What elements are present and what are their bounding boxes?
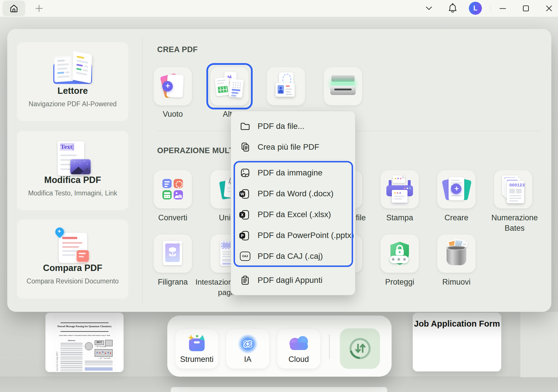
menu-label: PDF da immagine: [258, 168, 322, 177]
create-batch-icon: +: [443, 175, 470, 203]
card-title-compara: Compara PDF: [17, 263, 128, 273]
menu-item-pdf-da-file[interactable]: PDF da file...: [231, 116, 355, 137]
titlebar: L: [0, 0, 558, 17]
op-label-creare: Creare: [427, 213, 485, 223]
paper-page: Neural Message Passing for Quantum Chemi…: [52, 314, 117, 372]
plus-icon: [35, 4, 43, 13]
section-heading-crea-pdf: CREA PDF: [157, 45, 198, 54]
sidebar-card-modifica[interactable]: Text| Modifica PDF Modifica Testo, Immag…: [17, 131, 128, 210]
op-tile-bates[interactable]: 000123: [494, 170, 532, 208]
figure-caption: [85, 361, 113, 365]
op-label-filigrana: Filigrana: [144, 277, 202, 287]
caj-badge: CAJ: [240, 252, 250, 261]
blank-pdf-icon: +: [158, 72, 187, 101]
menu-label: PDF dagli Appunti: [258, 276, 322, 285]
menu-label: PDF da Word (.docx): [258, 189, 333, 198]
menu-item-pdf-da-caj[interactable]: CAJ PDF da CAJ (.caj): [231, 246, 355, 267]
menu-item-pdf-da-excel[interactable]: X PDF da Excel (.xlsx): [231, 204, 355, 225]
op-label-proteggi: Proteggi: [371, 277, 429, 287]
create-pdf-dropdown-menu: PDF da file... Crea più file PDF PDF da …: [231, 111, 355, 295]
bates-number-text: 000123: [509, 182, 525, 187]
menu-label: PDF da CAJ (.caj): [258, 252, 323, 261]
sync-icon: [346, 335, 374, 362]
card-title-modifica: Modifica PDF: [17, 175, 128, 185]
op-tile-creare[interactable]: +: [437, 170, 476, 208]
excel-badge: X: [239, 212, 245, 218]
menu-label: PDF da Excel (.xlsx): [258, 210, 331, 219]
figure-target-box: [105, 340, 113, 346]
menu-label: Crea più file PDF: [258, 142, 319, 152]
menu-divider: [238, 160, 348, 160]
reader-book-icon: [51, 54, 94, 86]
menu-item-pdf-da-immagine[interactable]: PDF da immagine: [231, 162, 355, 183]
sidebar-card-lettore[interactable]: Lettore Navigazione PDF AI-Powered: [17, 42, 128, 121]
convert-icon: [162, 179, 183, 200]
menu-label: PDF da PowerPoint (.pptx): [258, 231, 354, 240]
menu-item-pdf-da-powerpoint[interactable]: P PDF da PowerPoint (.pptx): [231, 225, 355, 246]
id-card-icon: [271, 71, 301, 101]
tools-icon: [187, 334, 206, 352]
protect-icon: ✱ ✱ ✱: [388, 241, 412, 267]
close-button[interactable]: [544, 3, 554, 13]
home-icon: [9, 4, 19, 13]
job-form-title: Job Application Form: [413, 319, 501, 329]
cloud-icon: [288, 334, 309, 351]
create-label-vuoto: Vuoto: [144, 109, 202, 119]
minimize-button[interactable]: [498, 3, 508, 13]
dropdown-chevron-button[interactable]: [424, 5, 434, 12]
create-tile-vuoto[interactable]: +: [154, 67, 192, 105]
op-tile-filigrana[interactable]: [154, 235, 192, 273]
excel-file-icon: X: [240, 209, 251, 220]
caj-file-icon: CAJ: [240, 251, 251, 262]
dock-item-strumenti[interactable]: Strumenti: [175, 329, 218, 369]
menu-item-pdf-da-word[interactable]: W PDF da Word (.docx): [231, 183, 355, 204]
menu-item-crea-piu-file[interactable]: Crea più file PDF: [231, 137, 355, 157]
panel-vertical-divider: [142, 36, 143, 304]
print-icon: [386, 175, 414, 203]
figure-time1: ~ 10³ seconds: [95, 345, 106, 348]
maximize-button[interactable]: [521, 3, 531, 13]
create-tile-altri[interactable]: [210, 67, 249, 105]
background-right-band: [520, 312, 558, 377]
avatar[interactable]: L: [469, 2, 482, 15]
paper-authors: Justin Gilmer Samuel S. Schoenholz Patri…: [52, 335, 117, 336]
sync-button[interactable]: [340, 328, 380, 369]
menu-item-pdf-dagli-appunti[interactable]: PDF dagli Appunti: [231, 270, 355, 291]
figure-dft-label: DFT: [95, 341, 104, 344]
figure-time2: ~ 10⁻² seconds: [98, 357, 110, 359]
close-icon: [545, 5, 553, 12]
dock-label-ia: IA: [244, 355, 252, 364]
create-tile-scanner[interactable]: [324, 67, 362, 105]
scanner-icon: [328, 72, 358, 100]
op-tile-stampa[interactable]: [381, 170, 419, 208]
sidebar-card-compara[interactable]: + Compara PDF Compara Revisioni Document…: [17, 219, 128, 299]
paper-abstract-text: [60, 343, 82, 371]
figure-molecule-circle: [85, 342, 93, 350]
card-subtitle-modifica: Modifica Testo, Immagini, Link: [17, 189, 128, 197]
paper-references: [85, 368, 113, 371]
image-icon: [240, 167, 251, 178]
minimize-icon: [499, 5, 506, 12]
folder-icon: [240, 121, 251, 132]
menu-label: PDF da file...: [258, 122, 304, 131]
recent-file-job-form-thumbnail: Job Application Form: [413, 313, 501, 371]
background-card-edge: [171, 387, 387, 392]
card-title-lettore: Lettore: [17, 86, 128, 96]
watermark-icon: [161, 240, 184, 267]
powerpoint-file-icon: P: [240, 230, 251, 241]
op-tile-rimuovi[interactable]: [437, 235, 476, 273]
new-tab-button[interactable]: [34, 3, 44, 13]
home-tab[interactable]: [3, 1, 25, 16]
card-subtitle-compara: Compara Revisioni Documento: [17, 277, 128, 285]
dock-item-ia[interactable]: IA: [226, 329, 269, 369]
dock-item-cloud[interactable]: Cloud: [277, 329, 320, 369]
notifications-button[interactable]: [447, 3, 458, 14]
op-tile-converti[interactable]: [154, 170, 192, 208]
remove-icon: [444, 240, 469, 267]
op-tile-proteggi[interactable]: ✱ ✱ ✱: [381, 235, 419, 273]
edit-pdf-icon: Text|: [55, 141, 93, 176]
create-tile-id-card[interactable]: [267, 67, 305, 105]
dock-label-cloud: Cloud: [289, 355, 309, 364]
paper-abstract-heading: Abstract: [63, 339, 80, 342]
figure-mpnn-box: [95, 349, 113, 357]
